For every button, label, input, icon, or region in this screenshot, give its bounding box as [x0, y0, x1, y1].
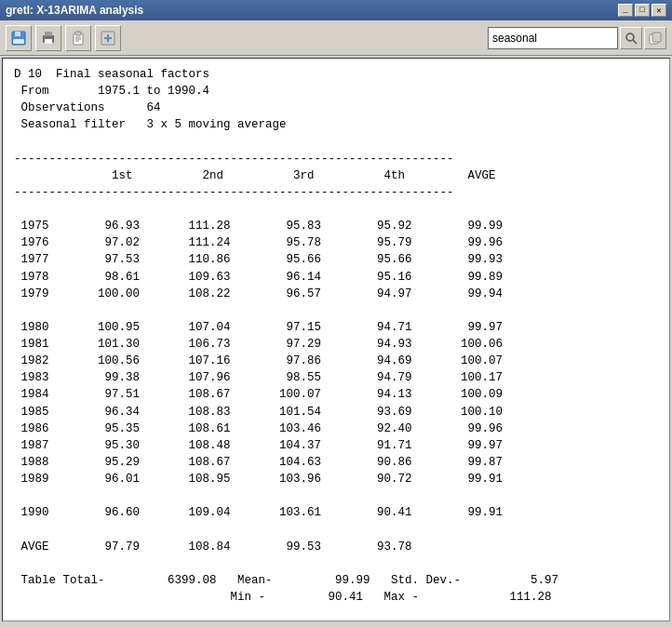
add-icon: [100, 30, 116, 47]
svg-rect-8: [75, 32, 81, 35]
svg-rect-2: [13, 39, 24, 44]
svg-rect-6: [44, 36, 46, 38]
maximize-button[interactable]: □: [635, 4, 650, 17]
svg-rect-5: [45, 39, 52, 44]
content-area[interactable]: D 10 Final seasonal factors From 1975.1 …: [2, 58, 670, 621]
save-icon: [10, 30, 27, 47]
minimize-button[interactable]: _: [618, 4, 633, 17]
print-button[interactable]: [35, 25, 61, 51]
svg-rect-18: [652, 33, 661, 42]
add-button[interactable]: [95, 25, 121, 51]
search-input[interactable]: [488, 27, 618, 49]
svg-point-15: [626, 33, 634, 41]
search-icon: [625, 32, 638, 45]
close-button[interactable]: ✕: [652, 4, 666, 17]
toolbar: [0, 20, 672, 56]
search-button[interactable]: [620, 27, 642, 49]
copy-display-button[interactable]: [644, 27, 666, 49]
svg-line-16: [633, 40, 637, 44]
analysis-text: D 10 Final seasonal factors From 1975.1 …: [14, 66, 658, 621]
print-icon: [40, 30, 57, 47]
window-title: gretl: X-13ARIMA analysis: [6, 4, 143, 17]
save-button[interactable]: [6, 25, 32, 51]
copy-display-icon: [649, 32, 662, 45]
search-area: [488, 27, 666, 49]
svg-rect-1: [15, 32, 20, 36]
svg-rect-4: [45, 32, 52, 36]
window: gretl: X-13ARIMA analysis _ □ ✕: [0, 0, 672, 621]
window-controls: _ □ ✕: [618, 4, 666, 17]
clipboard-button[interactable]: [65, 25, 91, 51]
clipboard-icon: [70, 30, 87, 47]
title-bar: gretl: X-13ARIMA analysis _ □ ✕: [0, 0, 672, 20]
